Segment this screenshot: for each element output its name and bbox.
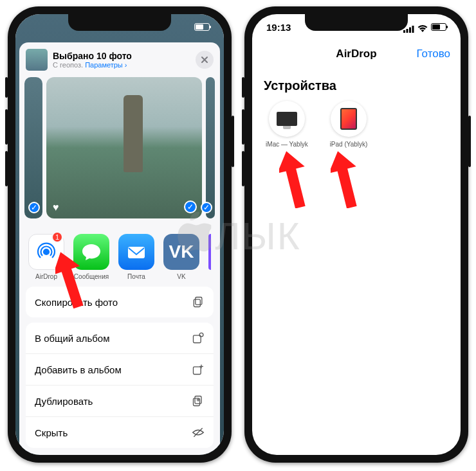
action-shared-album[interactable]: В общий альбом	[26, 323, 214, 353]
nav-bar: AirDrop Готово	[252, 40, 461, 68]
svg-rect-14	[403, 30, 405, 33]
device-label: iMac — Yablyk	[266, 141, 308, 148]
shared-album-icon	[192, 332, 205, 344]
selection-subtitle: С геопоз. Параметры ›	[53, 61, 190, 69]
svg-rect-6	[196, 298, 202, 305]
wifi-icon	[417, 23, 428, 31]
action-hide[interactable]: Скрыть	[26, 416, 214, 448]
selection-title: Выбрано 10 фото	[53, 51, 190, 61]
photo-preview-right[interactable]: ✓	[206, 77, 215, 218]
vk-app[interactable]: VK VK	[163, 234, 199, 280]
battery-icon	[431, 23, 446, 31]
ipad-icon	[340, 108, 357, 130]
add-album-icon	[192, 363, 205, 376]
svg-rect-15	[407, 29, 408, 33]
phone-left: 19:13 Выбрано 10 фото	[8, 6, 232, 463]
red-arrow-icon	[331, 150, 359, 208]
photo-preview-main[interactable]: ♥ ✓	[46, 77, 202, 218]
red-arrow-icon	[279, 150, 307, 208]
selection-thumbnail	[26, 49, 48, 71]
nav-title: AirDrop	[336, 48, 376, 60]
app-label: Почта	[127, 273, 145, 280]
status-time: 19:13	[266, 22, 291, 33]
badge: 1	[51, 231, 63, 243]
mail-icon	[118, 234, 154, 270]
check-icon: ✓	[184, 200, 197, 213]
options-link[interactable]: Параметры ›	[85, 61, 127, 69]
action-list: Скопировать фото В общий альбом Добавить…	[19, 287, 220, 454]
share-sheet-header: Выбрано 10 фото С геопоз. Параметры ›	[19, 42, 220, 77]
photo-preview-left[interactable]: ✓	[24, 77, 42, 218]
device-label: iPad (Yablyk)	[330, 141, 368, 148]
copy-icon	[192, 296, 205, 308]
svg-line-13	[194, 428, 202, 436]
close-button[interactable]	[196, 51, 214, 69]
device-imac[interactable]: iMac — Yablyk	[264, 101, 310, 148]
app-label: VK	[177, 273, 185, 280]
devices-row: iMac — Yablyk iPad (Yablyk)	[252, 98, 461, 150]
check-icon: ✓	[201, 202, 212, 213]
svg-rect-7	[194, 299, 200, 307]
favorite-icon: ♥	[53, 202, 59, 213]
battery-icon	[194, 23, 210, 31]
check-icon: ✓	[28, 202, 40, 213]
action-copy-photo[interactable]: Скопировать фото	[26, 287, 214, 317]
phone-right: 19:13 AirDrop Готово Устройства	[244, 6, 468, 463]
done-button[interactable]: Готово	[417, 48, 451, 60]
duplicate-icon	[192, 395, 205, 407]
svg-point-9	[199, 333, 203, 337]
svg-rect-16	[409, 27, 411, 33]
mail-app[interactable]: Почта	[118, 234, 154, 280]
section-devices-title: Устройства	[252, 68, 461, 98]
svg-rect-17	[412, 26, 414, 33]
device-ipad[interactable]: iPad (Yablyk)	[325, 101, 372, 148]
photo-preview-row[interactable]: ✓ ♥ ✓ ✓	[19, 77, 220, 225]
svg-rect-5	[128, 247, 145, 258]
share-sheet: Выбрано 10 фото С геопоз. Параметры › ✓	[19, 42, 220, 455]
share-apps-row[interactable]: 1 AirDrop Сообщения Почта	[19, 225, 220, 287]
action-duplicate[interactable]: Дублировать	[26, 385, 214, 416]
svg-rect-12	[194, 398, 200, 406]
svg-point-4	[44, 249, 49, 254]
action-add-to-album[interactable]: Добавить в альбом	[26, 353, 214, 385]
svg-rect-10	[194, 367, 201, 375]
hide-icon	[192, 426, 205, 439]
more-app-peek[interactable]	[208, 234, 211, 270]
imac-icon	[277, 112, 297, 126]
app-label: AirDrop	[35, 273, 57, 280]
red-arrow-icon	[55, 251, 84, 308]
vk-icon: VK	[163, 234, 199, 270]
svg-rect-8	[194, 335, 201, 343]
